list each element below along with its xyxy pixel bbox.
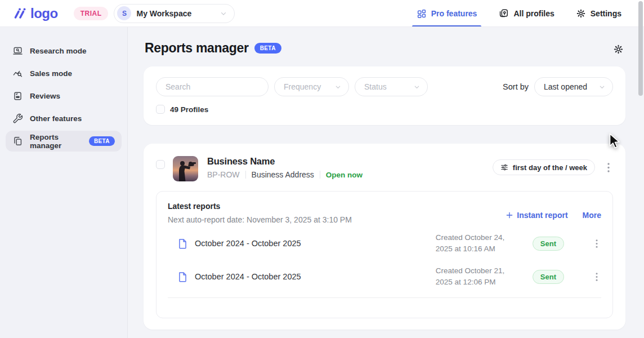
nav-label: Pro features <box>431 9 477 18</box>
scrollbar-thumb[interactable] <box>638 1 643 96</box>
profiles-count: 49 Profiles <box>170 105 208 114</box>
gear-icon <box>576 8 586 19</box>
report-row[interactable]: October 2024 - October 2025 Created Octo… <box>168 263 601 291</box>
chevron-down-icon <box>598 83 606 91</box>
report-created: Created October 24, 2025 at 10:16 AM <box>436 232 520 254</box>
chevron-down-icon <box>220 10 227 17</box>
divider <box>168 297 601 298</box>
latest-reports-title: Latest reports <box>168 202 352 211</box>
more-button[interactable]: More <box>583 211 601 220</box>
nav-pro-features[interactable]: Pro features <box>417 0 477 26</box>
page-title-row: Reports manager BETA <box>145 41 281 56</box>
status-badge: Sent <box>533 270 564 284</box>
search-input[interactable] <box>156 77 269 96</box>
business-checkbox[interactable] <box>156 160 165 169</box>
trial-badge: TRIAL <box>74 7 109 20</box>
sidebar-item-label: Research mode <box>30 47 87 55</box>
sliders-icon <box>500 163 508 171</box>
nav-all-profiles[interactable]: All profiles <box>498 0 554 26</box>
report-title: October 2024 - October 2025 <box>195 239 436 248</box>
instant-report-label: Instant report <box>517 211 567 220</box>
nav-label: Settings <box>591 9 621 18</box>
sidebar-item-label: Reviews <box>30 92 60 100</box>
sidebar-item-reports-manager[interactable]: Reports manager BETA <box>6 131 122 152</box>
frequency-placeholder: Frequency <box>284 82 321 91</box>
divider <box>320 171 320 179</box>
nav-settings[interactable]: Settings <box>576 0 621 26</box>
status-select[interactable]: Status <box>355 77 428 96</box>
page-title: Reports manager <box>145 41 249 56</box>
sidebar-item-label: Sales mode <box>30 69 72 78</box>
business-card: Business Name BP-ROW Business Address Op… <box>144 144 625 330</box>
open-status: Open now <box>326 171 363 179</box>
sidebar-item-label: Other features <box>30 114 82 123</box>
header-nav: Pro features All profiles <box>417 0 629 26</box>
business-photo <box>173 156 198 181</box>
filters-card: Frequency Status Sort by Last opened <box>144 66 625 125</box>
business-address: Business Address <box>252 170 314 179</box>
business-name: Business Name <box>207 156 363 167</box>
top-header: logo TRIAL S My Workspace Pro features <box>0 0 644 27</box>
sidebar-item-sales-mode[interactable]: Sales mode <box>6 63 122 84</box>
nav-label: All profiles <box>513 9 554 18</box>
beta-badge: BETA <box>89 136 115 146</box>
workspace-name: My Workspace <box>136 9 214 18</box>
chevron-down-icon <box>334 83 342 91</box>
workspace-avatar: S <box>117 6 131 20</box>
instant-report-button[interactable]: Instant report <box>506 211 567 220</box>
sidebar-item-research-mode[interactable]: Research mode <box>6 41 122 61</box>
main-content: Reports manager BETA Frequency Status <box>128 27 644 338</box>
reports-icon <box>12 136 23 146</box>
reviews-icon <box>12 91 23 101</box>
profiles-icon <box>498 8 509 19</box>
report-kebab-menu-icon[interactable] <box>592 272 601 282</box>
document-icon <box>178 272 187 282</box>
next-report-date: Next auto-report date: November 3, 2025 … <box>168 215 352 224</box>
chevron-down-icon <box>413 83 421 91</box>
report-kebab-menu-icon[interactable] <box>592 238 601 249</box>
plus-icon <box>506 211 513 219</box>
business-kebab-menu-icon[interactable] <box>604 162 613 174</box>
frequency-select[interactable]: Frequency <box>274 77 349 96</box>
document-icon <box>178 238 187 249</box>
report-created: Created October 21, 2025 at 12:06 PM <box>436 265 520 287</box>
reports-settings-gear-icon[interactable] <box>613 44 624 55</box>
beta-badge: BETA <box>254 43 281 54</box>
schedule-settings-button[interactable]: first day of the / week <box>493 159 595 175</box>
report-row[interactable]: October 2024 - October 2025 Created Octo… <box>168 229 601 257</box>
sidebar-item-reviews[interactable]: Reviews <box>6 86 122 106</box>
grid-icon <box>417 8 427 19</box>
research-icon <box>12 46 23 56</box>
sales-icon <box>12 68 23 79</box>
sort-by-label: Sort by <box>503 82 529 91</box>
latest-reports-card: Latest reports Next auto-report date: No… <box>156 191 613 318</box>
schedule-badge-label: first day of the / week <box>513 163 587 172</box>
sidebar-item-other-features[interactable]: Other features <box>6 108 122 129</box>
business-code: BP-ROW <box>207 170 240 179</box>
select-all-checkbox[interactable] <box>156 105 165 114</box>
workspace-selector[interactable]: S My Workspace <box>114 4 235 23</box>
divider <box>245 171 246 179</box>
app-logo[interactable]: logo <box>12 6 58 21</box>
logo-text: logo <box>30 6 58 21</box>
status-placeholder: Status <box>364 82 387 91</box>
sidebar: Research mode Sales mode Reviews Other f… <box>0 27 128 338</box>
sort-value: Last opened <box>544 82 587 91</box>
logo-mark-icon <box>12 6 27 21</box>
wrench-icon <box>12 113 23 124</box>
status-badge: Sent <box>533 237 564 251</box>
sidebar-item-label: Reports manager <box>30 133 82 150</box>
report-title: October 2024 - October 2025 <box>195 272 436 281</box>
sort-select[interactable]: Last opened <box>534 77 613 96</box>
